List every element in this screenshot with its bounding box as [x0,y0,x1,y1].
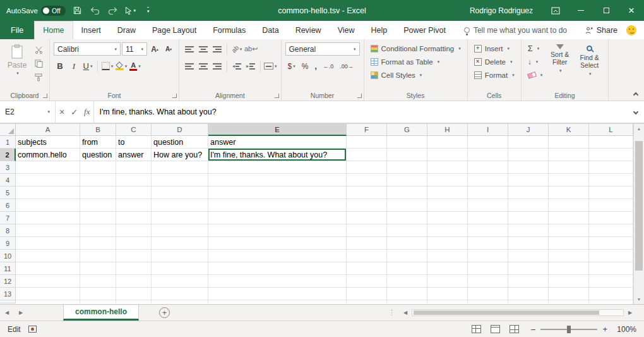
cell-G7[interactable] [387,212,427,224]
bold-button[interactable]: B [54,60,66,73]
cell-F12[interactable] [347,275,387,288]
cell-G4[interactable] [387,174,427,187]
font-size-select[interactable]: 11 ▾ [122,42,147,56]
cell-F[interactable] [347,300,387,303]
cell-H6[interactable] [427,199,468,212]
increase-font-size-button[interactable]: A▴ [148,43,161,56]
find-select-button[interactable]: Find & Select ▾ [575,42,604,78]
cell-H13[interactable] [427,288,468,300]
cell-D5[interactable] [152,187,208,199]
autosave-control[interactable]: AutoSave Off [6,6,66,16]
normal-view-button[interactable] [472,325,481,333]
cell-F9[interactable] [347,237,387,250]
cell-F6[interactable] [347,199,387,212]
cell-I2[interactable] [468,149,508,161]
vertical-scrollbar-thumb[interactable] [635,141,643,271]
delete-cells-button[interactable]: × Delete ▾ [472,56,517,68]
cell-D7[interactable] [152,212,208,224]
tab-power-pivot[interactable]: Power Pivot [395,21,454,39]
sheet-nav-left-arrow[interactable]: ◀ [0,305,14,321]
cell-B[interactable] [80,300,116,303]
cell-C8[interactable] [116,224,152,237]
cell-A11[interactable] [16,262,80,275]
autosum-button[interactable]: Σ ▾ [525,42,546,54]
cell-C4[interactable] [116,174,152,187]
cell-C10[interactable] [116,250,152,262]
cell-I11[interactable] [468,262,508,275]
cell-F7[interactable] [347,212,387,224]
cell-H8[interactable] [427,224,468,237]
cell-H10[interactable] [427,250,468,262]
cell-K1[interactable] [549,136,589,149]
scroll-left-arrow[interactable]: ◀ [400,310,410,316]
share-button[interactable]: Share [580,21,623,39]
fill-button[interactable]: ↓ ▾ [525,56,546,68]
cell-B13[interactable] [80,288,116,300]
zoom-in-button[interactable]: + [602,324,607,334]
cell-H12[interactable] [427,275,468,288]
column-header-A[interactable]: A [16,124,80,136]
cancel-button[interactable]: × [59,107,64,117]
scroll-right-arrow[interactable]: ▶ [625,310,635,316]
tab-formulas[interactable]: Formulas [205,21,254,39]
row-header-6[interactable]: 6 [0,199,16,212]
tab-scroll-divider[interactable]: ⋮ [383,305,400,321]
cell-H1[interactable] [427,136,468,149]
autosave-toggle[interactable]: Off [41,6,66,16]
column-header-K[interactable]: K [549,124,589,136]
alignment-dialog-launcher[interactable] [275,94,279,98]
cell-I6[interactable] [468,199,508,212]
select-all-button[interactable] [0,124,16,136]
row-header-3[interactable]: 3 [0,161,16,174]
cell-E2[interactable]: I'm fine, thanks. What about you? [208,149,347,161]
cell-C9[interactable] [116,237,152,250]
enter-button[interactable]: ✓ [71,107,78,117]
close-button[interactable]: × [619,0,644,21]
cell-I10[interactable] [468,250,508,262]
cell-I1[interactable] [468,136,508,149]
cell-J3[interactable] [508,161,549,174]
cell-C13[interactable] [116,288,152,300]
cell-J6[interactable] [508,199,549,212]
cell-L3[interactable] [589,161,633,174]
customize-quick-access-toolbar-button[interactable]: ▾ [143,4,154,18]
cell-B4[interactable] [80,174,116,187]
cell-H2[interactable] [427,149,468,161]
she-nav-right-arrow[interactable]: ▶ [14,305,28,321]
bottom-align-button[interactable] [211,43,224,56]
cell-B6[interactable] [80,199,116,212]
cell-J8[interactable] [508,224,549,237]
cell-C1[interactable]: to [116,136,152,149]
cell-G2[interactable] [387,149,427,161]
cell-I7[interactable] [468,212,508,224]
insert-cells-button[interactable]: + Insert ▾ [472,42,517,54]
column-header-G[interactable]: G [387,124,427,136]
cell-D11[interactable] [152,262,208,275]
cell-I9[interactable] [468,237,508,250]
column-header-C[interactable]: C [116,124,152,136]
cell-A9[interactable] [16,237,80,250]
cell-F13[interactable] [347,288,387,300]
cell-D6[interactable] [152,199,208,212]
cell-I5[interactable] [468,187,508,199]
ribbon-display-options-button[interactable] [543,0,568,21]
cell-J5[interactable] [508,187,549,199]
save-button[interactable] [72,4,83,18]
cell-J7[interactable] [508,212,549,224]
macro-record-icon[interactable] [28,326,37,333]
cell-H3[interactable] [427,161,468,174]
cell-C[interactable] [116,300,152,303]
cell-D1[interactable]: question [152,136,208,149]
cell-L12[interactable] [589,275,633,288]
row-header-9[interactable]: 9 [0,237,16,250]
cell-J[interactable] [508,300,549,303]
cell-H9[interactable] [427,237,468,250]
cell-A4[interactable] [16,174,80,187]
page-layout-view-button[interactable] [491,325,500,333]
name-box[interactable]: E2 ▾ [0,101,56,123]
cell-L2[interactable] [589,149,633,161]
cell-G3[interactable] [387,161,427,174]
merge-center-button[interactable]: ▾ [264,60,277,73]
orientation-button[interactable]: ab▾ [230,43,243,56]
cell-A8[interactable] [16,224,80,237]
